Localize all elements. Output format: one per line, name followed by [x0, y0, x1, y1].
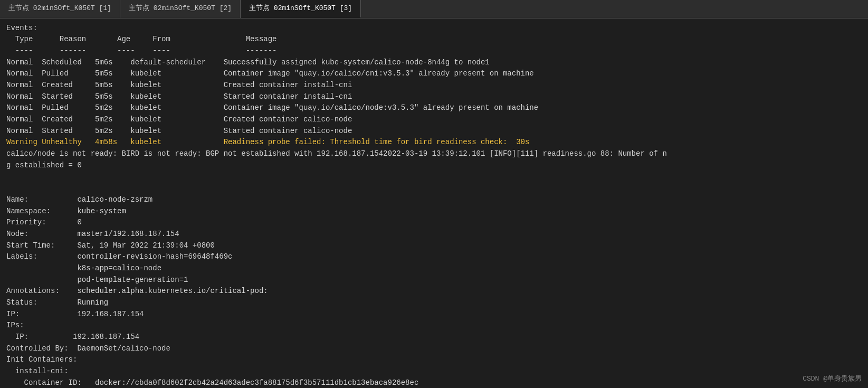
install-cni-label: install-cni: — [6, 367, 69, 375]
pod-info-row: Controlled By: DaemonSet/calico-node — [6, 344, 170, 353]
event-row-4: Normal Pulled 5m2s kubelet Container ima… — [6, 103, 538, 112]
ips-label: IPs: — [6, 321, 24, 329]
pod-info-row: Start Time: Sat, 19 Mar 2022 21:39:04 +0… — [6, 241, 215, 250]
pod-info-row: Annotations: scheduler.alpha.kubernetes.… — [6, 287, 268, 295]
tab-2[interactable]: 主节点 02minSOft_K050T [3] — [241, 0, 361, 18]
pod-info-row: Node: master1/192.168.187.154 — [6, 230, 179, 238]
terminal-content: Events: Type Reason Age From Message ---… — [0, 18, 868, 389]
tab-1[interactable]: 主节点 02minSOft_K050T [2] — [120, 0, 241, 18]
ips-ip-row: IP: 192.168.187.154 — [6, 333, 139, 341]
watermark: CSDN @单身贵族男 — [803, 374, 862, 384]
event-row-7: Warning Unhealthy 4m58s kubelet Readines… — [6, 138, 529, 146]
init-containers-label: Init Containers: — [6, 355, 77, 364]
event-row-0: Normal Scheduled 5m6s default-scheduler … — [6, 58, 490, 67]
events-header: Events: — [6, 24, 37, 32]
pod-info-row: IP: 192.168.187.154 — [6, 310, 144, 318]
pod-info-row: Priority: 0 — [6, 218, 82, 226]
tab-0[interactable]: 主节点 02minSOft_K050T [1] — [0, 0, 120, 18]
pod-info-row: Status: Running — [6, 298, 108, 307]
event-row-1: Normal Pulled 5m5s kubelet Container ima… — [6, 69, 534, 78]
event-row-3: Normal Started 5m5s kubelet Started cont… — [6, 92, 352, 101]
event-row-5: Normal Created 5m2s kubelet Created cont… — [6, 115, 352, 124]
events-columns: Type Reason Age From Message — [6, 35, 276, 43]
events-divider: ---- ------ ---- ---- ------- — [6, 46, 276, 55]
pod-info-row: Name: calico-node-zsrzm — [6, 195, 152, 204]
event-row-6: Normal Started 5m2s kubelet Started cont… — [6, 127, 352, 135]
pod-info-row: Namespace: kube-system — [6, 207, 126, 215]
tab-bar: 主节点 02minSOft_K050T [1]主节点 02minSOft_K05… — [0, 0, 868, 18]
labels-row3: pod-template-generation=1 — [6, 276, 188, 284]
overflow-line1: calico/node is not ready: BIRD is not re… — [6, 149, 667, 158]
labels-row: Labels: controller-revision-hash=69648f4… — [6, 252, 232, 261]
labels-row2: k8s-app=calico-node — [6, 264, 161, 272]
overflow-line2: g established = 0 — [6, 161, 82, 169]
container-id-row: Container ID: docker://cbda0f8d602f2cb42… — [6, 378, 418, 387]
event-row-2: Normal Created 5m5s kubelet Created cont… — [6, 81, 352, 89]
